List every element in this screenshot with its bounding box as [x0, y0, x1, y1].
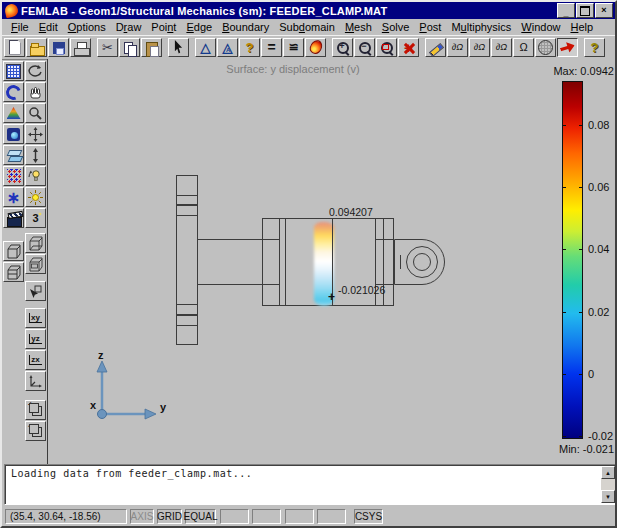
titlebar[interactable]: FEMLAB - Geom1/Structural Mechanics (sm)…	[2, 2, 615, 19]
isosurface-plot-icon[interactable]	[3, 124, 24, 144]
pointer-icon[interactable]	[168, 38, 189, 57]
close-icon: ×	[601, 6, 606, 15]
axis-toggle[interactable]: AXIS	[130, 509, 154, 524]
plot-canvas[interactable]: Surface: y displacement (v) 0.094207 -0.…	[48, 59, 617, 464]
menu-options[interactable]: Options	[63, 20, 111, 34]
app-window: FEMLAB - Geom1/Structural Mechanics (sm)…	[0, 0, 617, 528]
menu-draw[interactable]: Draw	[111, 20, 147, 34]
plot-title: Surface: y displacement (v)	[48, 63, 538, 75]
subdomain-mode-icon[interactable]: Ω	[513, 38, 534, 57]
menu-solve[interactable]: Solve	[377, 20, 415, 34]
zoom-icon[interactable]	[25, 103, 46, 123]
deformed-shape-plot-icon[interactable]	[3, 82, 24, 102]
open-icon[interactable]	[26, 38, 47, 57]
dolly-icon[interactable]	[25, 145, 46, 165]
colorbar-tick-label: 0.06	[588, 181, 609, 193]
postprocessing-mode-icon[interactable]	[557, 38, 578, 57]
flange-line	[176, 215, 198, 216]
colorbar-tick	[562, 249, 566, 250]
eye-inner-circle	[413, 253, 431, 271]
arrow-plot-icon[interactable]	[3, 103, 24, 123]
menu-edit[interactable]: Edit	[34, 20, 63, 34]
menu-boundary[interactable]: Boundary	[217, 20, 274, 34]
copy-icon[interactable]	[119, 38, 140, 57]
initialize-mesh-icon[interactable]: △	[195, 38, 216, 57]
move-icon[interactable]	[25, 124, 46, 144]
flange-line	[176, 304, 198, 305]
colorbar-tick-label: 0.04	[588, 243, 609, 255]
mesh-mode-icon[interactable]	[535, 38, 556, 57]
colorbar-tick	[562, 187, 566, 188]
headlight-icon[interactable]	[25, 187, 46, 207]
scroll-down-button[interactable]: ▼	[601, 490, 615, 503]
menu-mesh[interactable]: Mesh	[340, 20, 377, 34]
paste-icon[interactable]	[141, 38, 162, 57]
scroll-up-button[interactable]: ▲	[601, 466, 615, 479]
mesh-plot-icon[interactable]	[3, 166, 24, 186]
view-zx-icon[interactable]: zx	[25, 350, 46, 370]
rotate-3d-icon[interactable]	[25, 61, 46, 81]
save-icon[interactable]	[48, 38, 69, 57]
menu-post[interactable]: Post	[414, 20, 446, 34]
surface-plot-icon[interactable]	[3, 61, 24, 81]
minimize-button[interactable]: _	[557, 3, 575, 18]
zoom-in-3d-icon[interactable]: +	[25, 400, 46, 420]
restart-icon[interactable]: ≌	[283, 38, 304, 57]
cube-view-solid-icon[interactable]	[25, 254, 46, 274]
edge-mode-icon[interactable]: ∂Ω	[469, 38, 490, 57]
cut-icon[interactable]: ✂	[97, 38, 118, 57]
refine-mesh-icon[interactable]: △A	[217, 38, 238, 57]
window-title: FEMLAB - Geom1/Structural Mechanics (sm)…	[21, 5, 556, 17]
palette-column-2: 3 xy yz zx + −	[25, 61, 46, 442]
pan-icon[interactable]	[25, 82, 46, 102]
menu-point[interactable]: Point	[146, 20, 181, 34]
statusbar: (35.4, 30.64, -18.56) AXIS GRID EQUAL CS…	[2, 505, 615, 528]
help-icon[interactable]: ?	[584, 38, 605, 57]
view-default-icon[interactable]	[25, 371, 46, 391]
menu-subdomain[interactable]: Subdomain	[274, 20, 340, 34]
clamp-flange-outline	[176, 175, 198, 345]
zoom-out-3d-icon[interactable]: −	[25, 421, 46, 441]
geometry-block-1-icon[interactable]	[3, 241, 24, 261]
log-scrollbar[interactable]: ▲ ▼	[601, 466, 615, 503]
new-icon[interactable]	[4, 38, 25, 57]
view-yz-icon[interactable]: yz	[25, 329, 46, 349]
csys-toggle[interactable]: CSYS	[354, 509, 383, 524]
cube-view-wire-icon[interactable]	[25, 233, 46, 253]
rotate-light-icon[interactable]	[25, 166, 46, 186]
slice-plot-icon[interactable]	[3, 145, 24, 165]
colorbar-tick	[579, 312, 583, 313]
menu-multiphysics[interactable]: Multiphysics	[446, 20, 516, 34]
menu-file[interactable]: File	[6, 20, 34, 34]
close-button[interactable]: ×	[595, 3, 613, 18]
pointer-3d-icon[interactable]: 3	[25, 208, 46, 228]
animation-icon[interactable]	[3, 208, 24, 228]
plot-parameters-icon[interactable]	[305, 38, 326, 57]
menu-help[interactable]: Help	[565, 20, 598, 34]
femlab-logo-icon[interactable]	[4, 3, 19, 18]
draw-mode-icon[interactable]	[425, 38, 446, 57]
view-xy-icon[interactable]: xy	[25, 308, 46, 328]
eye-notch-line	[400, 255, 401, 269]
zoom-window-icon[interactable]	[376, 38, 397, 57]
maximize-icon	[580, 6, 590, 16]
print-icon[interactable]	[70, 38, 91, 57]
maximize-button[interactable]	[576, 3, 594, 18]
menu-edge[interactable]: Edge	[181, 20, 217, 34]
colorbar-tick-label: 0.08	[588, 119, 609, 131]
select-object-icon[interactable]	[25, 281, 46, 301]
geometry-block-2-icon[interactable]	[3, 262, 24, 282]
zoom-out-icon[interactable]: −	[354, 38, 375, 57]
grid-toggle[interactable]: GRID	[157, 509, 182, 524]
particle-plot-icon[interactable]: ∗	[3, 187, 24, 207]
zoom-extents-icon[interactable]: +	[398, 38, 419, 57]
point-mode-icon[interactable]: ∂Ω	[447, 38, 468, 57]
solve-icon[interactable]: =	[261, 38, 282, 57]
flange-line	[176, 314, 198, 316]
message-log[interactable]: Loading data from feeder_clamp.mat... ▲ …	[4, 464, 617, 505]
zoom-in-icon[interactable]: +	[332, 38, 353, 57]
boundary-mode-icon[interactable]: ∂Ω	[491, 38, 512, 57]
solver-parameters-icon[interactable]: ?	[239, 38, 260, 57]
menu-window[interactable]: Window	[516, 20, 565, 34]
equal-toggle[interactable]: EQUAL	[185, 509, 216, 524]
